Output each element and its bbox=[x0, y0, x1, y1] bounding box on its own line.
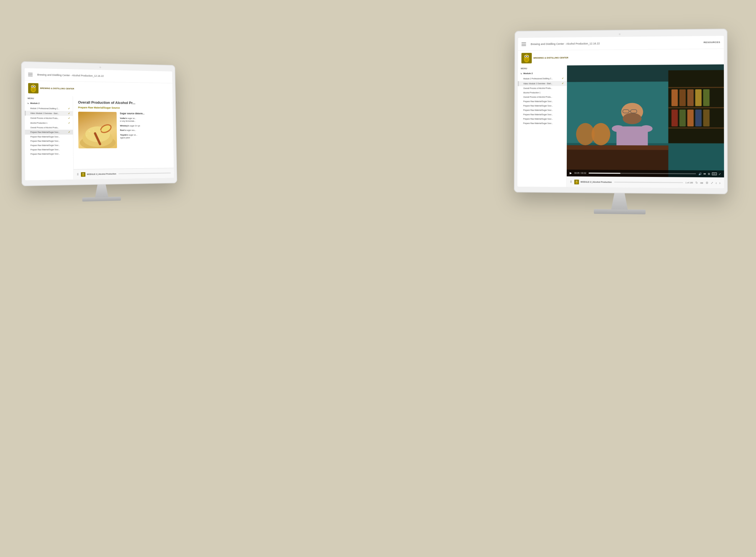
right-sidebar-item-1[interactable]: Video: Module 2 Overview - Start... ✓ bbox=[518, 81, 567, 86]
left-module-text: MODULE 2 | Alcohol Production bbox=[87, 173, 116, 175]
right-sidebar-item-5[interactable]: Prepare Raw Material/Sugar Sour... bbox=[518, 99, 566, 104]
svg-rect-53 bbox=[668, 107, 724, 108]
right-sidebar-item-4[interactable]: Overall Process of Alcohol Produ... bbox=[518, 95, 566, 99]
right-sidebar-item-7[interactable]: Prepare Raw Material/Sugar Sour... bbox=[518, 108, 567, 112]
left-module-badge: MODULE 2 | Alcohol Production bbox=[81, 172, 116, 177]
right-sidebar-item-3[interactable]: Alcohol Production 1 bbox=[518, 90, 566, 95]
left-sidebar-item-8[interactable]: Prepare Raw Material/Sugar Sour... bbox=[25, 143, 73, 147]
right-sidebar-item-2[interactable]: Overall Process of Alcohol Produ... bbox=[518, 86, 567, 90]
left-sidebar-item-10[interactable]: Prepare Raw Material/Sugar Sour... bbox=[25, 151, 73, 156]
left-slide: Overall Production of Alcohol Pr... Prep… bbox=[73, 96, 174, 169]
sugar-item-rum: Rum's sugar sou... bbox=[120, 129, 168, 132]
check-icon-0: ✓ bbox=[68, 108, 70, 110]
left-logo-area: BREWING & DISTILLING CENTER bbox=[25, 81, 173, 97]
right-sidebar-item-6[interactable]: Prepare Raw Material/Sugar Sour... bbox=[518, 104, 566, 108]
owl-logo-right bbox=[521, 53, 532, 63]
svg-point-84 bbox=[576, 181, 576, 181]
rewind-bottom-icon[interactable]: ⏮ bbox=[700, 181, 703, 184]
hamburger-menu-left[interactable] bbox=[28, 72, 33, 76]
right-module-badge: MODULE 2 | Alcohol Production bbox=[574, 180, 612, 184]
right-brand-text: BREWING & DISTILLING CENTER bbox=[534, 56, 569, 60]
svg-rect-55 bbox=[671, 89, 678, 106]
right-menu-label: MENU bbox=[518, 65, 567, 71]
rewind-icon[interactable]: ⏮ bbox=[703, 173, 706, 175]
left-sidebar-item-7[interactable]: Prepare Raw Material/Sugar Sour... bbox=[25, 139, 73, 143]
left-sidebar-item-1[interactable]: Video: Module 2 Overview - Start... ✓ bbox=[25, 111, 73, 116]
left-sidebar: MENU Module 2 Module 2 Professional Dist… bbox=[25, 96, 74, 180]
svg-point-22 bbox=[86, 135, 87, 136]
left-menu-label: MENU bbox=[25, 96, 73, 101]
right-sidebar-item-0[interactable]: Module 2 Professional Distilling C... ✓ bbox=[518, 76, 567, 81]
check-icon-5: ✓ bbox=[68, 131, 70, 134]
svg-rect-56 bbox=[679, 89, 686, 106]
right-sidebar-item-8[interactable]: Prepare Raw Material/Sugar Sour... bbox=[518, 112, 567, 117]
left-sidebar-item-6[interactable]: Prepare Raw Material/Sugar Sour... bbox=[25, 135, 73, 139]
settings-bottom-icon[interactable]: ⚙ bbox=[705, 181, 708, 184]
right-bottom-bar: II bbox=[567, 176, 724, 188]
right-sidebar-item-9[interactable]: Prepare Raw Material/Sugar Sour... bbox=[518, 117, 567, 121]
svg-rect-58 bbox=[695, 89, 702, 106]
video-progress-fill bbox=[588, 173, 621, 174]
left-main-content: Overall Production of Alcohol Pr... Prep… bbox=[73, 96, 174, 180]
play-button[interactable]: ▶ bbox=[570, 171, 572, 175]
settings-icon[interactable]: ⚙ bbox=[707, 172, 710, 175]
page-count: 1 of 166 bbox=[686, 182, 693, 184]
left-bottom-bar: II bbox=[73, 168, 174, 179]
left-neck bbox=[93, 184, 110, 198]
right-badge-owl-icon bbox=[574, 180, 579, 184]
left-badge-owl-icon bbox=[81, 172, 85, 177]
cc-icon[interactable]: CC bbox=[712, 173, 717, 175]
left-sidebar-item-5[interactable]: Prepare Raw Material/Sugar Sour... ✓ bbox=[25, 130, 73, 135]
volume-icon[interactable]: 🔊 bbox=[698, 172, 702, 175]
right-sidebar: MENU Module 2 Module 2 Professional Dist… bbox=[517, 65, 567, 187]
expand-bottom-icon[interactable]: ⤢ bbox=[711, 181, 713, 184]
svg-point-68 bbox=[623, 113, 642, 124]
resources-label[interactable]: RESOURCES bbox=[704, 41, 720, 44]
left-module2-header[interactable]: Module 2 bbox=[25, 100, 73, 106]
video-background bbox=[567, 64, 724, 177]
svg-rect-76 bbox=[567, 145, 668, 150]
sugar-heading: Sugar source determ... bbox=[120, 112, 168, 115]
fullscreen-icon[interactable]: ⤢ bbox=[719, 173, 721, 175]
right-module-text: MODULE 2 | Alcohol Production bbox=[581, 181, 612, 183]
hamburger-menu-right[interactable] bbox=[521, 42, 526, 46]
next-page-button[interactable]: › bbox=[719, 181, 720, 185]
left-pause-icon[interactable]: II bbox=[77, 173, 79, 176]
bottom-nav-controls: ↻ ⏮ ⚙ ⤢ ‹ › bbox=[695, 181, 721, 185]
video-controls-bar[interactable]: ▶ 00:05 / 00:32 🔊 ⏮ ⚙ C bbox=[567, 170, 724, 177]
right-progress-line bbox=[614, 182, 683, 183]
video-player[interactable]: ▶ 00:05 / 00:32 🔊 ⏮ ⚙ C bbox=[567, 64, 724, 177]
check-icon-1: ✓ bbox=[68, 112, 70, 115]
sugar-item-tequila: Tequila's sugar se...agave plant bbox=[120, 134, 169, 139]
check-icon-3: ✓ bbox=[68, 122, 70, 124]
left-sidebar-item-2[interactable]: Overall Process of Alcohol Produ... ✓ bbox=[25, 115, 73, 120]
right-pause-icon[interactable]: II bbox=[570, 180, 572, 183]
slide-text: Sugar source determ... Vodka's sugar so.… bbox=[120, 112, 169, 148]
sugar-item-vodka: Vodka's sugar so...or any fermentab... bbox=[120, 117, 168, 123]
left-monitor: Brewing and Distilling Center - Alcohol … bbox=[18, 59, 184, 204]
svg-rect-57 bbox=[687, 89, 694, 106]
left-sidebar-item-3[interactable]: Alcohol Production 1 ✓ bbox=[25, 120, 73, 125]
left-sidebar-item-0[interactable]: Module 2 Professional Distilling C... ✓ bbox=[25, 106, 73, 111]
left-sidebar-item-9[interactable]: Prepare Raw Material/Sugar Sour... bbox=[25, 147, 73, 152]
slide-title: Overall Production of Alcohol Pr... bbox=[78, 100, 168, 106]
right-module2-header[interactable]: Module 2 bbox=[518, 70, 567, 76]
check-icon-2: ✓ bbox=[68, 117, 70, 120]
video-progress-bar[interactable] bbox=[588, 173, 696, 174]
right-sidebar-item-10[interactable]: Prepare Raw Material/Sugar Sour... bbox=[518, 121, 567, 125]
svg-point-73 bbox=[612, 125, 624, 132]
svg-point-66 bbox=[592, 123, 610, 146]
r-check-icon-0: ✓ bbox=[562, 77, 564, 80]
left-progress-bar bbox=[118, 173, 171, 174]
right-neck-stand bbox=[514, 192, 728, 215]
right-neck bbox=[609, 193, 630, 210]
left-sidebar-item-4[interactable]: Overall Process of Alcohol Produ... bbox=[25, 125, 73, 130]
right-logo-area: BREWING & DISTILLING CENTER bbox=[518, 49, 724, 66]
right-monitor: Brewing and Distilling Center - Alcohol … bbox=[513, 30, 726, 214]
video-control-icons: 🔊 ⏮ ⚙ CC ⤢ bbox=[698, 172, 721, 175]
svg-point-74 bbox=[640, 125, 653, 132]
refresh-bottom-icon[interactable]: ↻ bbox=[695, 181, 698, 184]
svg-rect-54 bbox=[668, 127, 724, 128]
prev-page-button[interactable]: ‹ bbox=[716, 181, 717, 185]
svg-rect-64 bbox=[703, 110, 709, 126]
